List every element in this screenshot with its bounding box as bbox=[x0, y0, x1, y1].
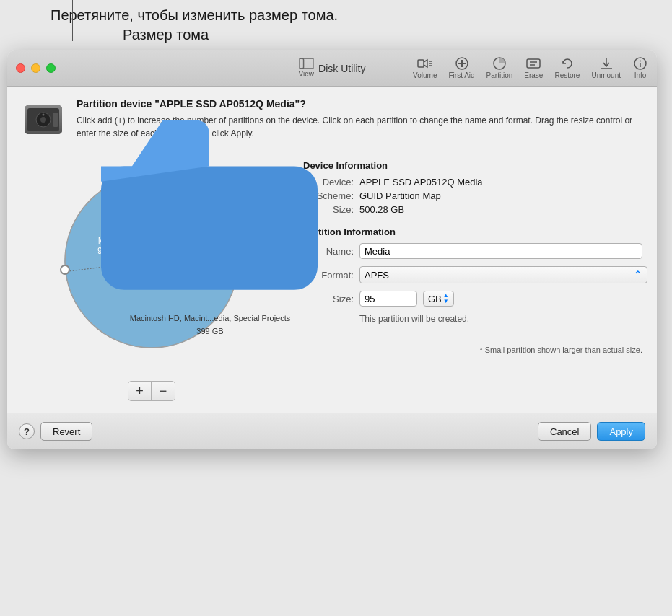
traffic-lights bbox=[16, 63, 56, 73]
partition-btn-label: Partition bbox=[486, 71, 513, 79]
window-title: Disk Utility bbox=[318, 63, 365, 74]
apply-button[interactable]: Apply bbox=[597, 422, 645, 441]
svg-point-15 bbox=[640, 61, 641, 62]
toolbar-buttons: Volume First Aid bbox=[413, 57, 648, 79]
volume-size-label: Размер тома bbox=[7, 27, 665, 43]
remove-partition-button[interactable]: − bbox=[152, 382, 175, 400]
restore-icon bbox=[559, 57, 575, 70]
svg-rect-23 bbox=[53, 113, 58, 127]
scheme-label: Scheme: bbox=[303, 190, 354, 201]
partition-info-title: Partition Information bbox=[303, 226, 642, 237]
svg-rect-10 bbox=[527, 59, 540, 68]
erase-btn-label: Erase bbox=[524, 71, 543, 79]
format-select-wrapper: APFS Mac OS Extended (Journaled) MS-DOS … bbox=[359, 266, 642, 283]
left-panel: Media 95 GB * * bbox=[22, 153, 282, 401]
tooltip-drag-text: Перетяните, чтобы изменить размер тома. bbox=[7, 7, 665, 24]
view-icon bbox=[299, 58, 313, 69]
header-description: Click add (+) to increase the number of … bbox=[77, 114, 642, 140]
add-minus-buttons: + − bbox=[128, 381, 175, 401]
size-input-group: GB ▲ ▼ bbox=[359, 291, 454, 307]
info-btn-label: Info bbox=[634, 71, 647, 79]
header-text: Partition device "APPLE SSD AP0512Q Medi… bbox=[77, 98, 642, 140]
scheme-row: Scheme: GUID Partition Map bbox=[303, 190, 642, 201]
disk-icon bbox=[22, 98, 65, 141]
name-form-label: Name: bbox=[303, 246, 354, 257]
content-area: Partition device "APPLE SSD AP0512Q Medi… bbox=[7, 87, 657, 413]
partition-icon bbox=[492, 57, 507, 70]
toolbar-unmount-btn[interactable]: Unmount bbox=[591, 57, 621, 79]
help-button[interactable]: ? bbox=[19, 423, 35, 439]
name-input[interactable] bbox=[359, 243, 642, 259]
partition-section: Partition Information Name: Format: APFS… bbox=[303, 226, 642, 324]
pie-svg bbox=[43, 153, 260, 369]
volume-btn-label: Volume bbox=[413, 71, 437, 79]
size-unit-text: GB bbox=[428, 294, 442, 304]
volume-icon bbox=[417, 57, 433, 70]
star-marker-1: * bbox=[157, 185, 160, 193]
outer-wrapper: Перетяните, чтобы изменить размер тома. … bbox=[7, 7, 665, 616]
name-form-row: Name: bbox=[303, 243, 642, 259]
size-row: Size: 500.28 GB bbox=[303, 204, 642, 215]
close-button[interactable] bbox=[16, 63, 25, 73]
cancel-button[interactable]: Cancel bbox=[538, 422, 591, 441]
view-label: View bbox=[299, 70, 315, 78]
svg-point-22 bbox=[43, 114, 45, 116]
footnote: * Small partition shown larger than actu… bbox=[303, 346, 642, 354]
header-title: Partition device "APPLE SSD AP0512Q Medi… bbox=[77, 98, 642, 110]
toolbar-volume-btn[interactable]: Volume bbox=[413, 57, 437, 79]
maximize-button[interactable] bbox=[46, 63, 56, 73]
right-panel: Device Information Device: APPLE SSD AP0… bbox=[303, 153, 642, 354]
firstaid-icon bbox=[454, 57, 470, 70]
resize-handle[interactable] bbox=[60, 265, 70, 275]
svg-rect-1 bbox=[299, 58, 303, 69]
size-unit-selector[interactable]: GB ▲ ▼ bbox=[423, 291, 454, 307]
minimize-button[interactable] bbox=[31, 63, 40, 73]
toolbar-partition-btn[interactable]: Partition bbox=[486, 57, 513, 79]
pie-chart[interactable]: Media 95 GB * * bbox=[43, 153, 260, 369]
restore-btn-label: Restore bbox=[554, 71, 580, 79]
unmount-icon bbox=[598, 57, 614, 70]
scheme-value: GUID Partition Map bbox=[359, 190, 441, 201]
titlebar: View Disk Utility bbox=[7, 50, 657, 87]
info-icon bbox=[632, 57, 648, 70]
toolbar-restore-btn[interactable]: Restore bbox=[554, 57, 580, 79]
main-content: Media 95 GB * * bbox=[22, 153, 642, 401]
format-select[interactable]: APFS Mac OS Extended (Journaled) MS-DOS … bbox=[359, 266, 647, 283]
format-form-label: Format: bbox=[303, 270, 354, 281]
device-label: Device: bbox=[303, 177, 354, 188]
revert-button[interactable]: Revert bbox=[40, 422, 92, 441]
size-unit-arrows-icon: ▲ ▼ bbox=[443, 293, 449, 304]
format-form-row: Format: APFS Mac OS Extended (Journaled)… bbox=[303, 266, 642, 283]
erase-icon bbox=[525, 57, 541, 70]
unmount-btn-label: Unmount bbox=[591, 71, 621, 79]
size-input[interactable] bbox=[359, 291, 417, 307]
svg-rect-2 bbox=[418, 60, 424, 67]
size-form-label: Size: bbox=[303, 294, 354, 304]
add-partition-button[interactable]: + bbox=[128, 382, 152, 400]
size-label: Size: bbox=[303, 204, 354, 215]
firstaid-btn-label: First Aid bbox=[448, 71, 474, 79]
titlebar-center: View Disk Utility bbox=[299, 58, 366, 78]
toolbar-firstaid-btn[interactable]: First Aid bbox=[448, 57, 474, 79]
partition-notice: This partition will be created. bbox=[359, 314, 642, 324]
svg-rect-0 bbox=[299, 58, 313, 69]
size-value: 500.28 GB bbox=[359, 204, 404, 215]
disk-utility-window: View Disk Utility bbox=[7, 50, 657, 449]
toolbar-erase-btn[interactable]: Erase bbox=[524, 57, 543, 79]
bottom-bar: ? Revert Cancel Apply bbox=[7, 413, 657, 449]
star-marker-2: * bbox=[167, 185, 170, 193]
header-section: Partition device "APPLE SSD AP0512Q Medi… bbox=[22, 98, 642, 141]
device-value: APPLE SSD AP0512Q Media bbox=[359, 177, 483, 188]
toolbar-info-btn[interactable]: Info bbox=[632, 57, 648, 79]
device-info-title: Device Information bbox=[303, 160, 642, 171]
size-form-row: Size: GB ▲ ▼ bbox=[303, 291, 642, 307]
svg-point-21 bbox=[40, 117, 46, 123]
device-row: Device: APPLE SSD AP0512Q Media bbox=[303, 177, 642, 188]
